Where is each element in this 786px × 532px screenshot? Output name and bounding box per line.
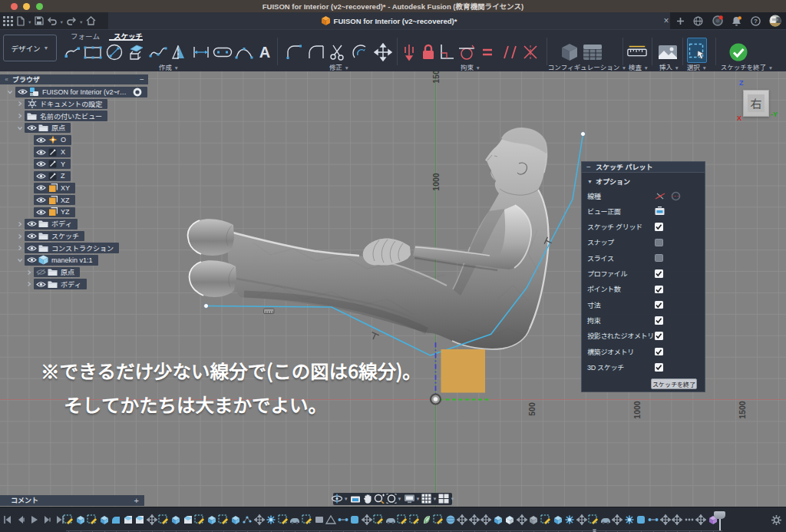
symmetry-constraint-icon[interactable] <box>520 42 541 62</box>
finish-sketch-icon[interactable] <box>728 42 749 62</box>
origin-point[interactable] <box>431 395 441 405</box>
comment-bar[interactable]: コメント + <box>0 495 144 506</box>
ribbon-group-label[interactable]: 作成 ▼ <box>159 62 179 71</box>
file-new-icon[interactable] <box>16 14 25 28</box>
timeline-feature-move[interactable] <box>147 514 157 525</box>
sketch-point-left[interactable] <box>204 304 209 309</box>
new-tab-plus-icon[interactable] <box>676 17 685 25</box>
timeline-feature-box[interactable] <box>504 514 515 525</box>
browser-item-x[interactable]: X <box>0 147 71 157</box>
user-avatar[interactable] <box>769 15 781 27</box>
zoom-icon[interactable] <box>374 494 385 504</box>
timeline-feature-p2p[interactable] <box>648 514 659 525</box>
minimize-palette-icon[interactable]: − <box>582 163 596 171</box>
timeline-feature-gray[interactable] <box>314 514 325 525</box>
chevron-collapsed-icon[interactable] <box>16 233 24 240</box>
timeline-feature-points[interactable] <box>242 514 253 525</box>
visibility-eye-icon[interactable] <box>35 184 47 191</box>
chevron-down-icon[interactable]: ▼ <box>28 20 31 25</box>
help-icon[interactable]: ? <box>751 16 761 26</box>
timeline-feature-sketch[interactable] <box>87 514 97 525</box>
chevron-expanded-icon[interactable] <box>16 124 24 132</box>
timeline-feature-move[interactable] <box>254 514 265 525</box>
timeline-feature-move[interactable] <box>469 514 480 525</box>
timeline-settings-gear-icon[interactable] <box>771 515 781 525</box>
timeline-feature-sketch[interactable] <box>302 514 312 525</box>
collapse-panel-icon[interactable]: « <box>0 76 12 83</box>
timeline-feature-move[interactable] <box>576 514 587 525</box>
browser-item--[interactable]: ボディ <box>0 279 87 289</box>
visibility-eye-icon[interactable] <box>35 209 47 216</box>
chevron-down-icon[interactable]: ▼ <box>344 497 348 501</box>
sketch-spline-icon[interactable] <box>147 42 169 62</box>
chevron-collapsed-icon[interactable] <box>16 112 24 120</box>
timeline-feature-extrude[interactable] <box>75 514 86 525</box>
ribbon-group-label[interactable]: スケッチを終了 ▼ <box>721 62 773 71</box>
offset-icon[interactable] <box>349 42 371 62</box>
fillet-icon[interactable] <box>284 42 305 62</box>
timeline-feature-car[interactable] <box>385 514 396 525</box>
browser-item-xz[interactable]: XZ <box>0 195 75 206</box>
timeline-feature-car[interactable] <box>600 514 611 525</box>
chevron-expanded-icon[interactable] <box>6 88 14 96</box>
fix-constraint-icon[interactable] <box>398 42 420 62</box>
timeline-feature-extrude[interactable] <box>553 514 563 525</box>
visibility-eye-icon[interactable] <box>17 88 28 95</box>
chevron-expanded-icon[interactable] <box>16 256 24 264</box>
tangent-constraint-icon[interactable] <box>456 42 477 62</box>
browser-item--[interactable]: 名前の付いたビュー <box>0 111 107 121</box>
minimize-window-button[interactable] <box>23 3 30 10</box>
chevron-down-icon[interactable]: ▼ <box>79 20 83 25</box>
checkbox-checked[interactable] <box>655 301 663 309</box>
browser-item--[interactable]: ボディ <box>0 219 78 230</box>
timeline-feature-sketch[interactable] <box>540 514 551 525</box>
timeline-feature-chamfer[interactable] <box>183 514 193 525</box>
visibility-eye-icon[interactable] <box>35 137 47 144</box>
chevron-down-icon[interactable]: ▼ <box>450 497 454 501</box>
display-settings-icon[interactable]: ▼ <box>404 494 421 504</box>
undo-icon[interactable] <box>47 14 57 28</box>
fit-icon[interactable]: ▼ <box>386 494 402 504</box>
timeline-feature-move[interactable] <box>517 514 527 525</box>
workspace-selector[interactable]: デザイン ▼ <box>3 35 57 61</box>
browser-item--[interactable]: スケッチ <box>0 231 84 242</box>
sketch-conic-icon[interactable] <box>233 42 255 62</box>
ribbon-group-label[interactable]: 選択 ▼ <box>687 62 707 71</box>
sketch-profile-region[interactable] <box>441 349 486 393</box>
timeline-feature-move[interactable] <box>457 514 467 525</box>
construction-linetype-icon[interactable] <box>655 191 665 201</box>
insert-image-icon[interactable] <box>657 42 679 62</box>
trim-scissors-icon[interactable] <box>327 42 348 62</box>
timeline-feature-move[interactable] <box>695 514 706 525</box>
timeline-feature-chamfer[interactable] <box>134 514 145 525</box>
timeline-feature-sketch[interactable] <box>278 514 289 525</box>
chevron-collapsed-icon[interactable] <box>16 244 24 252</box>
browser-item--[interactable]: ドキュメントの設定 <box>0 99 107 110</box>
options-section-header[interactable]: ▼ オプション <box>587 177 630 187</box>
timeline-feature-bodyl[interactable] <box>111 514 121 525</box>
configuration-table-icon[interactable] <box>582 42 603 62</box>
timeline-feature-extrude[interactable] <box>170 514 181 525</box>
viewcube[interactable]: 右 <box>743 90 769 117</box>
redo-icon[interactable] <box>67 14 77 28</box>
timeline-feature-sketch[interactable] <box>397 514 408 525</box>
tab-form[interactable]: フォーム <box>71 31 100 41</box>
sketch-line-icon[interactable] <box>62 42 84 62</box>
equal-constraint-icon[interactable] <box>477 42 498 62</box>
timeline-feature-joint[interactable] <box>624 514 635 525</box>
browser-item--[interactable]: 原点 <box>0 123 71 134</box>
chevron-collapsed-icon[interactable] <box>25 269 33 276</box>
activate-component-icon[interactable] <box>133 88 142 97</box>
viewports-icon[interactable]: ▼ <box>438 494 454 504</box>
browser-item-yz[interactable]: YZ <box>0 207 75 218</box>
sketch-rectangle-icon[interactable] <box>82 42 104 62</box>
document-tab[interactable]: FUISON for Interior (v2~recovered)* <box>108 12 670 29</box>
timeline-feature-move[interactable] <box>481 514 491 525</box>
finish-sketch-button[interactable]: スケッチを終了 <box>651 378 697 389</box>
ribbon-group-label[interactable]: 拘束 ▼ <box>461 62 481 71</box>
timeline-feature-car[interactable] <box>289 514 300 525</box>
browser-item-y[interactable]: Y <box>0 159 71 170</box>
checkbox-checked[interactable] <box>655 286 663 294</box>
browser-item--[interactable]: 原点 <box>0 267 80 278</box>
visibility-eye-icon[interactable] <box>26 220 38 227</box>
